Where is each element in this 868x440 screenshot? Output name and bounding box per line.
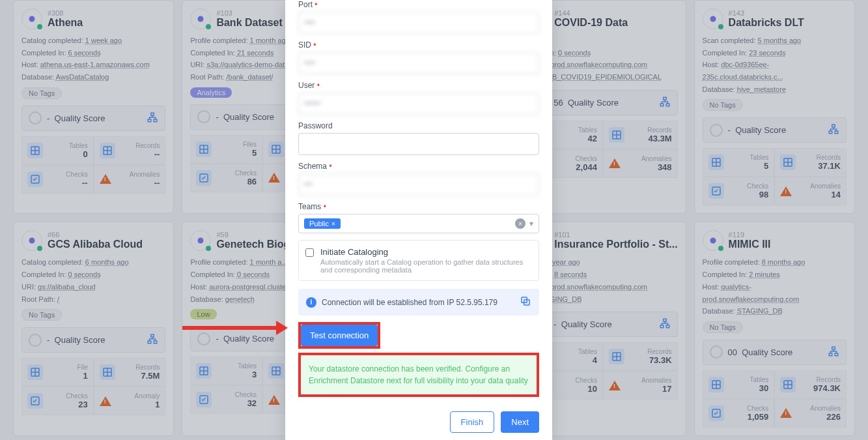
initiate-cataloging-option[interactable]: Initiate Cataloging Automatically start … <box>298 240 539 281</box>
port-input[interactable] <box>298 12 539 34</box>
success-message: Your datastore connection has been verif… <box>298 353 539 397</box>
test-connection-button[interactable]: Test connection <box>301 325 378 346</box>
password-label: Password <box>298 121 539 130</box>
schema-label: Schema • <box>298 162 539 171</box>
teams-select[interactable]: Public× × ▾ <box>298 214 539 233</box>
copy-icon[interactable] <box>520 295 531 309</box>
chip-remove-icon[interactable]: × <box>331 220 335 227</box>
cataloging-title: Initiate Cataloging <box>320 247 532 257</box>
add-datastore-modal: Port • SID • User • Password Schema • Te… <box>285 0 552 440</box>
finish-button[interactable]: Finish <box>450 411 495 433</box>
ip-notice: i Connection will be established from IP… <box>298 289 539 315</box>
teams-label: Teams • <box>298 202 539 211</box>
clear-teams-icon[interactable]: × <box>515 218 525 229</box>
port-label: Port • <box>298 0 539 9</box>
test-connection-highlight: Test connection <box>298 322 380 349</box>
initiate-cataloging-checkbox[interactable] <box>305 248 314 257</box>
user-input[interactable] <box>298 93 539 115</box>
sid-input[interactable] <box>298 52 539 74</box>
info-icon: i <box>306 297 316 308</box>
password-input[interactable] <box>298 133 539 155</box>
chevron-down-icon[interactable]: ▾ <box>529 219 533 228</box>
sid-label: SID • <box>298 40 539 50</box>
user-label: User • <box>298 81 539 90</box>
ip-text: Connection will be established from IP 5… <box>322 298 497 307</box>
schema-input[interactable] <box>298 173 539 196</box>
team-chip-public[interactable]: Public× <box>304 218 341 229</box>
next-button[interactable]: Next <box>501 411 539 433</box>
cataloging-desc: Automatically start a Catalog operation … <box>320 258 532 274</box>
callout-arrow <box>182 326 280 330</box>
